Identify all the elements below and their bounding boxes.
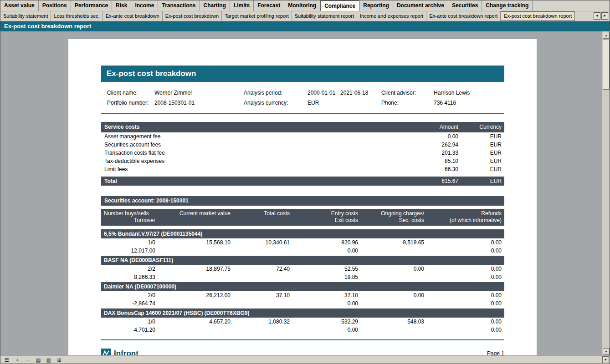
security-cell: 18,897.75 bbox=[158, 265, 233, 273]
security-cell: 0.00 bbox=[427, 247, 504, 255]
subtab-ex-ante-cost-breakdown-report[interactable]: Ex-ante cost breakdown report bbox=[426, 11, 501, 21]
column-current-market-value: Current market value bbox=[158, 210, 233, 224]
security-data-row: 2/218,897.7572.4052.550.000.00 bbox=[101, 265, 504, 273]
total-currency: EUR bbox=[458, 177, 502, 186]
security-cell: 26,212.00 bbox=[158, 291, 233, 299]
security-data-row: -2,864.740.000.00 bbox=[101, 299, 504, 308]
tab-income[interactable]: Income bbox=[131, 0, 158, 11]
tab-scroll-left-icon[interactable]: ◄ bbox=[594, 12, 600, 20]
tab-compliance[interactable]: Compliance bbox=[320, 0, 359, 11]
page-number: Page 1 bbox=[487, 350, 504, 356]
security-data-row: 2/026,212.0037.1037.100.000.00 bbox=[101, 291, 504, 299]
primary-tab-bar: Asset valuePositionsPerformanceRiskIncom… bbox=[0, 0, 610, 11]
service-cost-label: Limit fees bbox=[104, 165, 388, 173]
subtab-suitability-statement[interactable]: Suitability statement bbox=[0, 11, 51, 21]
facing-pages-icon[interactable]: ▥ bbox=[45, 356, 52, 364]
tab-scroll-right-icon[interactable]: ► bbox=[601, 12, 608, 20]
security-cell: 0.00 bbox=[427, 299, 504, 308]
security-cell bbox=[158, 299, 233, 308]
tab-monitoring[interactable]: Monitoring bbox=[284, 0, 320, 11]
scroll-down-icon[interactable]: ▼ bbox=[603, 348, 610, 355]
menu-icon[interactable]: ☰ bbox=[3, 356, 10, 364]
securities-groups: 6,5% Bundanl.V.97/27 (DE0001135044)1/015… bbox=[101, 229, 504, 334]
security-group-header: Daimler NA (DE0007100000) bbox=[101, 282, 504, 291]
tab-reporting[interactable]: Reporting bbox=[359, 0, 393, 11]
brand-name: Infront bbox=[114, 349, 138, 356]
security-data-row: -4,701.200.000.00 bbox=[101, 326, 504, 334]
app-window: Asset valuePositionsPerformanceRiskIncom… bbox=[0, 0, 610, 364]
scrollbar-thumb[interactable] bbox=[603, 40, 610, 90]
subtab-ex-ante-cost-breakdown[interactable]: Ex-ante cost breakdown bbox=[103, 11, 163, 21]
total-amount: 615.67 bbox=[388, 177, 458, 186]
tab-securities[interactable]: Securities bbox=[448, 0, 482, 11]
security-cell: 548.03 bbox=[361, 318, 427, 326]
securities-table-header: Number buys/sells Turnover Current marke… bbox=[101, 209, 504, 226]
column-entry-exit-costs: Entry costs Exit costs bbox=[292, 210, 361, 224]
security-cell bbox=[361, 299, 427, 308]
tab-transactions[interactable]: Transactions bbox=[158, 0, 200, 11]
security-cell: 9,519.65 bbox=[361, 238, 427, 247]
analysis-period-label: Analysis period: bbox=[244, 88, 308, 98]
subtab-income-and-expenses-report[interactable]: Income and expenses report bbox=[357, 11, 426, 21]
single-page-icon[interactable]: ▤ bbox=[35, 356, 42, 364]
security-cell bbox=[361, 247, 427, 255]
tab-forecast[interactable]: Forecast bbox=[254, 0, 284, 11]
security-cell: 0.00 bbox=[427, 291, 504, 299]
portfolio-number-value: 2008-150301-01 bbox=[154, 98, 244, 108]
phone-value: 736 4116 bbox=[434, 98, 504, 108]
secondary-tabs: Suitability statementLoss thresholds sec… bbox=[0, 11, 610, 21]
currency-column-header: Currency bbox=[458, 122, 502, 132]
viewer-toolbar-icons: ☰+−▤▥⊞ bbox=[3, 356, 63, 364]
client-info: Client name: Werner Zimmer Analysis peri… bbox=[101, 88, 504, 108]
security-cell: 0.00 bbox=[427, 238, 504, 247]
subtab-ex-post-cost-breakdown-report[interactable]: Ex-post cost breakdown report bbox=[501, 11, 575, 21]
service-cost-row: Asset management fee0.00EUR bbox=[101, 132, 504, 141]
tab-asset-value[interactable]: Asset value bbox=[0, 0, 39, 11]
subtab-target-market-profiling-report[interactable]: Target market profiling report bbox=[222, 11, 292, 21]
tab-risk[interactable]: Risk bbox=[112, 0, 131, 11]
security-cell: 0.00 bbox=[292, 247, 361, 255]
zoom-out-icon[interactable]: − bbox=[24, 356, 31, 364]
securities-account-title: Securities account: 2008-150301 bbox=[101, 196, 504, 206]
tab-scroll-controls: ◄ ► bbox=[594, 12, 608, 20]
security-cell: -2,864.74 bbox=[101, 299, 158, 308]
corner-scroll-down-icon[interactable]: ▼ bbox=[602, 356, 609, 363]
client-name-label: Client name: bbox=[107, 88, 154, 98]
tab-performance[interactable]: Performance bbox=[71, 0, 112, 11]
zoom-in-icon[interactable]: + bbox=[14, 356, 21, 364]
service-cost-label: Transaction costs flat fee bbox=[104, 149, 388, 157]
service-cost-label: Tax-deductible expenses bbox=[104, 157, 388, 165]
tab-change-tracking[interactable]: Change tracking bbox=[482, 0, 533, 11]
security-cell bbox=[233, 273, 292, 281]
security-group-header: BASF NA (DE000BASF111) bbox=[101, 256, 504, 265]
analysis-currency-label: Analysis currency: bbox=[244, 98, 308, 108]
tab-document-archive[interactable]: Document archive bbox=[393, 0, 448, 11]
security-cell: 1/0 bbox=[101, 238, 158, 247]
service-costs-rows: Asset management fee0.00EURSecurities ac… bbox=[101, 132, 504, 173]
tab-charting[interactable]: Charting bbox=[200, 0, 230, 11]
subtab-suitability-statement-report[interactable]: Suitability statement report bbox=[292, 11, 357, 21]
security-cell: 0.00 bbox=[427, 318, 504, 326]
analysis-period-value: 2000-01-01 - 2021-06-18 bbox=[308, 88, 381, 98]
security-cell bbox=[158, 247, 233, 255]
service-cost-label: Securities account fees bbox=[104, 141, 388, 149]
subtab-ex-post-cost-breakdown[interactable]: Ex-post cost breakdown bbox=[163, 11, 222, 21]
security-cell: 0.00 bbox=[427, 326, 504, 334]
footer-divider bbox=[101, 339, 504, 340]
security-cell: 4,657.20 bbox=[158, 318, 233, 326]
security-cell bbox=[233, 299, 292, 308]
vertical-scrollbar[interactable]: ▲ ▼ bbox=[602, 31, 610, 355]
security-cell: 820.96 bbox=[292, 238, 361, 247]
service-cost-currency: EUR bbox=[458, 141, 502, 149]
service-cost-amount: 262.94 bbox=[388, 141, 458, 149]
subtab-loss-thresholds-sec[interactable]: Loss thresholds sec. bbox=[51, 11, 103, 21]
tab-limits[interactable]: Limits bbox=[230, 0, 254, 11]
tab-positions[interactable]: Positions bbox=[39, 0, 71, 11]
security-group-header: 6,5% Bundanl.V.97/27 (DE0001135044) bbox=[101, 229, 504, 238]
column-ongoing-charges: Ongoing charges/ Sec. costs bbox=[361, 210, 427, 224]
client-advisor-value: Harrison Lewis bbox=[434, 88, 504, 98]
service-costs-total-row: Total 615.67 EUR bbox=[101, 177, 504, 186]
security-cell: 52.55 bbox=[292, 265, 361, 273]
scroll-up-icon[interactable]: ▲ bbox=[603, 32, 610, 39]
grid-view-icon[interactable]: ⊞ bbox=[56, 356, 63, 364]
